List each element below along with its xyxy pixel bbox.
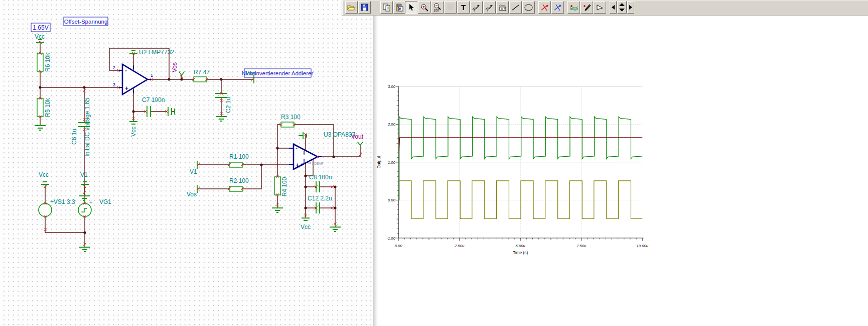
x-axis-title: Time (s) — [513, 251, 528, 255]
nav-right-button[interactable] — [627, 1, 634, 14]
resistor-R7[interactable] — [194, 77, 207, 82]
select-cursor-button[interactable] — [405, 1, 417, 14]
waveform-plot: 3.002.001.000.00-1.000.002.50u5.00u7.50u… — [373, 15, 868, 326]
label-c8[interactable]: C8 100n — [309, 174, 332, 181]
label-v1-in[interactable]: V1 — [190, 168, 197, 175]
opamp-U2[interactable]: - + — [118, 64, 152, 94]
resistor-R1[interactable] — [229, 162, 242, 167]
label-src-v1[interactable]: V1 — [80, 171, 88, 178]
vos-net-flag[interactable] — [179, 72, 184, 75]
u3-pd-pin-label: PDBAR — [312, 162, 324, 165]
y-tick-label: 3.00 — [388, 84, 396, 89]
y-tick-label: -1.00 — [386, 236, 395, 241]
line-tool-button[interactable] — [509, 1, 522, 14]
x-tick-label: 5.00u — [516, 244, 526, 248]
x-tick-label: 7.50u — [576, 244, 587, 248]
label-r3[interactable]: R3 100 — [281, 114, 301, 121]
label-vcc-top[interactable]: Vcc — [35, 33, 45, 40]
resistor-R3[interactable] — [281, 122, 294, 127]
label-r7[interactable]: R7 47 — [194, 69, 210, 76]
vg1-plus-mark: + — [89, 199, 92, 205]
u2-pin1-number: 1 — [151, 73, 153, 78]
label-vout-flag[interactable]: Vout — [351, 133, 364, 140]
cursor-b-button[interactable]: b — [551, 1, 564, 14]
add-curves-button[interactable] — [567, 1, 580, 14]
label-vos-out[interactable]: Vos — [245, 70, 255, 77]
x-tick-label: 10.00u — [637, 244, 649, 248]
u3-plus-sign: + — [296, 162, 299, 169]
resistor-R5[interactable] — [37, 98, 43, 117]
label-u3[interactable]: U3 OPA837 — [324, 131, 355, 138]
label-u2-vcc[interactable]: Vcc — [130, 127, 137, 137]
y-tick-label: 1.00 — [388, 160, 396, 165]
svg-text:T: T — [461, 4, 466, 11]
u2-vcc-rail[interactable] — [130, 122, 137, 124]
copy-button[interactable] — [380, 1, 393, 14]
text-tool-button[interactable]: T — [457, 1, 470, 14]
u2-supply-rail[interactable] — [130, 51, 137, 53]
zoom-in-button[interactable] — [418, 1, 430, 14]
diagram-window: 3.002.001.000.00-1.000.002.50u5.00u7.50u… — [373, 15, 868, 326]
u3-plus-sign-2: + — [301, 162, 304, 167]
y-tick-label: 0.00 — [388, 198, 396, 202]
annotation-offset-box[interactable]: Offset-Spannung — [64, 17, 108, 26]
cursor-a-button[interactable]: a — [538, 1, 551, 14]
x-tick-label: 2.50u — [454, 244, 465, 248]
label-c7[interactable]: C7 100n — [142, 96, 165, 103]
label-r6[interactable]: R6 10k — [44, 52, 51, 72]
vg1-rail[interactable] — [81, 182, 88, 184]
u3-minus-sign: - — [296, 145, 298, 152]
label-c6[interactable]: C6 1u — [71, 129, 78, 145]
grid-button[interactable] — [444, 1, 457, 14]
vout-net-flag[interactable] — [358, 142, 363, 145]
svg-text:?: ? — [486, 8, 489, 12]
label-src-vcc[interactable]: Vcc — [39, 171, 49, 178]
label-u3-vcc[interactable]: Vcc — [301, 224, 311, 231]
source-VG1[interactable] — [78, 203, 91, 216]
resistor-R2[interactable] — [229, 186, 242, 191]
label-r5[interactable]: R5 10k — [44, 97, 51, 117]
resistor-R4[interactable] — [274, 177, 280, 195]
capacitor-C2[interactable] — [216, 93, 227, 97]
pick-color-button[interactable] — [581, 1, 593, 14]
nav-left-button[interactable] — [610, 1, 617, 14]
schematic-canvas[interactable]: 1.65V Offset-Spannung Nichtinvertierende… — [0, 0, 373, 326]
svg-text:T: T — [473, 9, 476, 12]
u2-minus-sign: - — [125, 67, 127, 74]
y-axis-title: Output — [377, 156, 381, 169]
app-window: 1.65V Offset-Spannung Nichtinvertierende… — [0, 0, 868, 326]
paste-button[interactable] — [393, 1, 406, 14]
flag-button[interactable] — [594, 1, 606, 14]
label-r4[interactable]: R4 100 — [281, 177, 288, 196]
open-button[interactable] — [345, 1, 358, 14]
capacitor-C8[interactable] — [316, 182, 320, 192]
annotation-voltage-box[interactable]: 1.65V — [31, 23, 50, 32]
capacitor-C12[interactable] — [316, 203, 320, 213]
save-button[interactable] — [358, 1, 371, 14]
annotation-voltage-text: 1.65V — [33, 24, 48, 31]
curve-query-button[interactable]: ? — [483, 1, 496, 14]
opamp-U3[interactable]: - + + PDBAR — [290, 144, 324, 169]
svg-text:100: 100 — [433, 9, 439, 12]
svg-text:b: b — [559, 4, 561, 8]
label-c12[interactable]: C12 2.2u — [308, 195, 332, 202]
u3-vcc-rail[interactable] — [302, 218, 309, 221]
label-vs1[interactable]: +VS1 3.3 — [50, 198, 75, 205]
label-c2[interactable]: C2 1u — [225, 97, 232, 113]
legend-button[interactable] — [496, 1, 509, 14]
label-initial-dc[interactable]: Initial DC voltage 1.65 — [84, 97, 91, 157]
zoom-100-button[interactable]: 100 — [431, 1, 444, 14]
label-vos-flag[interactable]: Vos — [171, 62, 178, 72]
diagram-toolbar: 100 T T ? a b — [342, 0, 868, 16]
resistor-R6[interactable] — [37, 53, 43, 71]
u2-pin2-number: 2 — [113, 65, 115, 70]
label-r1[interactable]: R1 100 — [229, 153, 249, 160]
nav-spinner[interactable] — [617, 1, 627, 14]
label-u2[interactable]: U2 LMP7732 — [139, 49, 174, 56]
label-vos-in[interactable]: Vos — [187, 191, 197, 198]
label-vg1[interactable]: VG1 — [99, 198, 111, 205]
label-r2[interactable]: R2 100 — [229, 177, 249, 184]
ellipse-tool-button[interactable] — [522, 1, 535, 14]
vs1-rail[interactable] — [42, 182, 49, 184]
curve-probe-button[interactable]: T — [470, 1, 483, 14]
